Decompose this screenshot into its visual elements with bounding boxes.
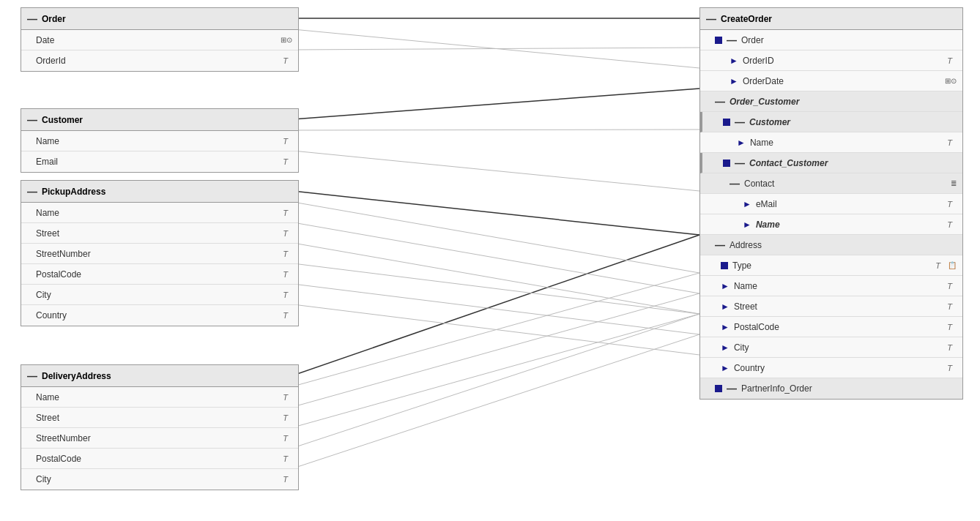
row-type-delivery-name: T	[283, 393, 288, 402]
row-type-co-addr-name: T	[947, 282, 952, 291]
row-pickup-postalcode: PostalCode T	[21, 264, 298, 285]
entity-pickupaddress-title: PickupAddress	[42, 187, 105, 197]
row-label-co-address-city: City	[734, 342, 947, 353]
row-delivery-street: Street T	[21, 408, 298, 428]
row-type-co-addr-street: T	[947, 302, 952, 311]
row-type-orderid: T	[283, 56, 288, 65]
row-label-co-partnerinfo: PartnerInfo_Order	[741, 383, 957, 394]
svg-line-8	[293, 202, 699, 273]
svg-line-16	[293, 314, 699, 427]
row-co-address-name: ► Name T	[700, 276, 962, 296]
square-icon-order	[715, 37, 722, 44]
row-co-address-country: ► Country T	[700, 358, 962, 378]
row-label-pickup-name: Name	[36, 208, 283, 218]
svg-line-13	[293, 304, 699, 355]
arrow-icon-email: ►	[743, 199, 751, 209]
row-label-delivery-name: Name	[36, 392, 283, 402]
row-label-co-order: Order	[741, 35, 957, 45]
entity-customer-header[interactable]: — Customer	[21, 109, 298, 131]
row-type-customer-name: T	[283, 137, 288, 146]
notes-icon: ≣	[951, 179, 957, 187]
entity-pickupaddress-header[interactable]: — PickupAddress	[21, 181, 298, 203]
row-type-co-cust-name: T	[947, 138, 952, 147]
row-type-delivery-street: T	[283, 413, 288, 422]
datetime-icon-orderdate: ⊞⊙	[945, 77, 957, 85]
row-co-ordercustomer: — Order_Customer	[700, 91, 962, 112]
row-label-delivery-street: Street	[36, 413, 283, 423]
row-delivery-postalcode: PostalCode T	[21, 449, 298, 469]
row-label-co-address-type: Type	[732, 260, 935, 271]
datetime-icon: ⊞⊙	[281, 36, 292, 44]
row-order-orderid: OrderId T	[21, 50, 298, 71]
row-type-delivery-postalcode: T	[283, 454, 288, 463]
entity-deliveryaddress-title: DeliveryAddress	[42, 371, 111, 381]
svg-line-15	[293, 293, 699, 407]
svg-line-10	[293, 243, 699, 314]
row-type-pickup-name: T	[283, 209, 288, 217]
arrow-icon-contact-name: ►	[743, 220, 751, 230]
row-co-partnerinfo: — PartnerInfo_Order	[700, 378, 962, 399]
row-label-delivery-postalcode: PostalCode	[36, 454, 283, 464]
row-type-co-orderid: T	[947, 56, 952, 65]
svg-line-4	[293, 29, 699, 68]
svg-line-9	[293, 222, 699, 293]
row-label-co-address-country: Country	[734, 363, 947, 373]
row-label-pickup-country: Country	[36, 310, 283, 321]
row-label-co-contact-name: Name	[756, 220, 947, 230]
row-type-co-addr-city: T	[947, 343, 952, 352]
row-type-co-addr-postal: T	[947, 323, 952, 331]
row-label-co-address: Address	[730, 240, 957, 250]
row-type-co-addr-country: T	[947, 364, 952, 372]
row-label-co-address-street: Street	[734, 301, 947, 312]
svg-line-17	[293, 314, 699, 448]
arrow-icon-addr-street: ►	[721, 301, 730, 312]
svg-line-2	[293, 191, 699, 235]
entity-pickupaddress: — PickupAddress Name T Street T StreetNu…	[21, 180, 299, 326]
minus-icon-delivery: —	[27, 370, 37, 382]
minus-icon-contact: —	[730, 178, 740, 190]
arrow-icon-cust-name: ►	[737, 138, 746, 148]
row-type-delivery-city: T	[283, 475, 288, 484]
entity-createorder-header[interactable]: — CreateOrder	[700, 8, 962, 30]
svg-line-11	[293, 263, 699, 314]
square-icon-customer	[723, 119, 730, 126]
row-co-orderid: ► OrderID T	[700, 50, 962, 71]
entity-customer: — Customer Name T Email T	[21, 108, 299, 173]
row-label-co-email: eMail	[756, 199, 947, 209]
row-label-orderid: OrderId	[36, 56, 283, 66]
row-co-order: — Order	[700, 30, 962, 50]
row-type-pickup-city: T	[283, 291, 288, 299]
row-pickup-streetnumber: StreetNumber T	[21, 244, 298, 264]
square-icon-partnerinfo	[715, 385, 722, 392]
row-label-co-ordercustomer: Order_Customer	[730, 97, 957, 107]
row-co-contact-name: ► Name T	[700, 214, 962, 235]
row-label-customer-name: Name	[36, 136, 283, 146]
row-co-address-type: Type T 📋	[700, 255, 962, 276]
row-co-customer: — Customer	[700, 112, 962, 132]
minus-icon-partnerinfo: —	[727, 383, 737, 394]
row-label-date: Date	[36, 35, 281, 45]
minus-icon-customer: —	[27, 114, 37, 126]
entity-deliveryaddress-header[interactable]: — DeliveryAddress	[21, 365, 298, 387]
row-label-co-address-postalcode: PostalCode	[734, 322, 947, 332]
row-label-customer-email: Email	[36, 157, 283, 167]
row-co-address-street: ► Street T	[700, 296, 962, 317]
row-co-orderdate: ► OrderDate ⊞⊙	[700, 71, 962, 91]
main-canvas: — Order Date ⊞⊙ OrderId T — Customer Nam…	[0, 0, 980, 521]
entity-order-title: Order	[42, 14, 66, 24]
row-type-pickup-streetnumber: T	[283, 250, 288, 258]
row-co-address-postalcode: ► PostalCode T	[700, 317, 962, 337]
entity-order-header[interactable]: — Order	[21, 8, 298, 30]
row-label-co-orderdate: OrderDate	[743, 76, 945, 86]
row-co-customer-name: ► Name T	[700, 132, 962, 153]
svg-line-7	[293, 151, 699, 191]
arrow-icon-orderid: ►	[730, 56, 738, 66]
entity-createorder: — CreateOrder — Order ► OrderID T ► Orde…	[699, 7, 963, 400]
row-delivery-city: City T	[21, 469, 298, 490]
clipboard-icon: 📋	[948, 261, 957, 269]
row-type-pickup-street: T	[283, 229, 288, 238]
svg-line-18	[293, 334, 699, 468]
svg-line-3	[293, 235, 699, 375]
arrow-icon-addr-name: ►	[721, 281, 730, 291]
minus-icon-ordercustomer: —	[715, 96, 725, 108]
